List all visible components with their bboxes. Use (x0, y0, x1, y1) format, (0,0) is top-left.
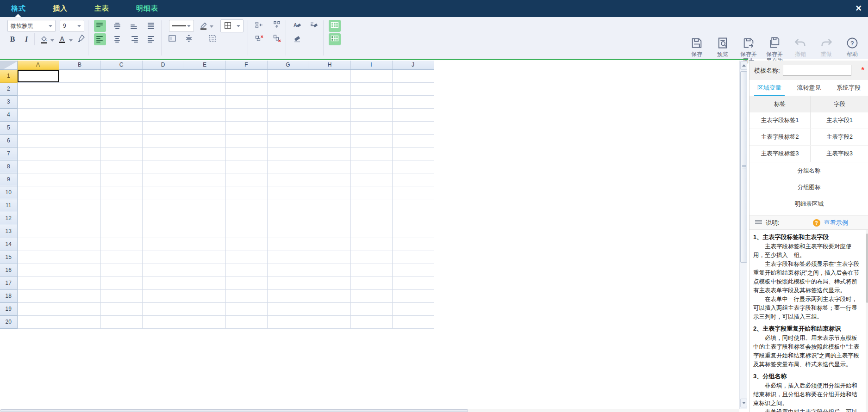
cell-A8[interactable] (17, 160, 59, 173)
cell-H1[interactable] (309, 69, 350, 82)
panel-tab-2[interactable]: 流转意见 (789, 80, 829, 96)
cell-A9[interactable] (17, 173, 59, 186)
cell-B3[interactable] (59, 95, 100, 108)
cell-D14[interactable] (142, 238, 184, 251)
column-header-E[interactable]: E (184, 61, 225, 69)
cell-D10[interactable] (142, 186, 184, 199)
cell-I1[interactable] (350, 69, 392, 82)
cell-C8[interactable] (100, 160, 142, 173)
cell-B5[interactable] (59, 121, 100, 134)
cell-E6[interactable] (184, 134, 225, 147)
cell-B12[interactable] (59, 212, 100, 225)
cell-I17[interactable] (350, 277, 392, 289)
cell-H17[interactable] (309, 277, 350, 289)
titlebar-tab-2[interactable]: 插入 (53, 4, 68, 13)
cell-E14[interactable] (184, 238, 225, 251)
cell-F5[interactable] (225, 121, 267, 134)
cell-D12[interactable] (142, 212, 184, 225)
cell-J5[interactable] (392, 121, 434, 134)
spreadsheet-canvas[interactable]: ABCDEFGHIJ123456789101112131415161718192… (0, 60, 739, 409)
cell-I19[interactable] (350, 302, 392, 315)
cell-C18[interactable] (100, 289, 142, 302)
row-header-9[interactable]: 9 (0, 173, 17, 186)
cell-I8[interactable] (350, 160, 392, 173)
cell-G5[interactable] (267, 121, 309, 134)
cell-E9[interactable] (184, 173, 225, 186)
cell-I10[interactable] (350, 186, 392, 199)
field-label[interactable]: 主表字段标签1 (749, 112, 811, 129)
cell-D8[interactable] (142, 160, 184, 173)
cell-C4[interactable] (100, 108, 142, 121)
cell-C19[interactable] (100, 302, 142, 315)
titlebar-tab-4[interactable]: 明细表 (136, 4, 158, 13)
column-header-H[interactable]: H (309, 61, 350, 69)
scroll-down-button[interactable] (740, 399, 747, 407)
cell-E1[interactable] (184, 69, 225, 82)
help-scrollbar-thumb[interactable] (866, 234, 868, 303)
toggle-grid-button[interactable] (329, 20, 341, 32)
cell-F3[interactable] (225, 95, 267, 108)
column-header-C[interactable]: C (100, 61, 142, 69)
cell-I4[interactable] (350, 108, 392, 121)
cell-H2[interactable] (309, 82, 350, 95)
column-header-D[interactable]: D (142, 61, 184, 69)
cell-J14[interactable] (392, 238, 434, 251)
cell-A3[interactable] (17, 95, 59, 108)
cell-H16[interactable] (309, 264, 350, 277)
row-header-5[interactable]: 5 (0, 121, 17, 134)
template-name-input[interactable] (783, 65, 851, 76)
cell-G10[interactable] (267, 186, 309, 199)
cell-G1[interactable] (267, 69, 309, 82)
cell-I5[interactable] (350, 121, 392, 134)
cell-I6[interactable] (350, 134, 392, 147)
cell-C5[interactable] (100, 121, 142, 134)
cell-J15[interactable] (392, 251, 434, 264)
cell-H7[interactable] (309, 147, 350, 160)
cell-A18[interactable] (17, 289, 59, 302)
text-wrap-button[interactable] (145, 33, 157, 45)
cell-J8[interactable] (392, 160, 434, 173)
valign-middle-button[interactable] (111, 20, 123, 32)
cell-B4[interactable] (59, 108, 100, 121)
cell-F6[interactable] (225, 134, 267, 147)
column-header-J[interactable]: J (392, 61, 434, 69)
cell-C1[interactable] (100, 69, 142, 82)
cell-H10[interactable] (309, 186, 350, 199)
cell-J12[interactable] (392, 212, 434, 225)
cell-G17[interactable] (267, 277, 309, 289)
table-style-button[interactable] (206, 33, 219, 45)
cell-I14[interactable] (350, 238, 392, 251)
cell-H14[interactable] (309, 238, 350, 251)
view-example-link[interactable]: 查看示例 (824, 219, 848, 227)
border-color-button[interactable] (199, 21, 213, 32)
halign-left-button[interactable] (94, 33, 106, 45)
cell-H8[interactable] (309, 160, 350, 173)
cell-E5[interactable] (184, 121, 225, 134)
cell-H6[interactable] (309, 134, 350, 147)
cell-B2[interactable] (59, 82, 100, 95)
toggle-header-column-button[interactable] (329, 33, 341, 45)
cell-D17[interactable] (142, 277, 184, 289)
cell-F17[interactable] (225, 277, 267, 289)
cell-A12[interactable] (17, 212, 59, 225)
cell-A11[interactable] (17, 199, 59, 212)
cell-J16[interactable] (392, 264, 434, 277)
cell-F8[interactable] (225, 160, 267, 173)
cell-G15[interactable] (267, 251, 309, 264)
vertical-scrollbar[interactable] (739, 61, 747, 409)
cell-E17[interactable] (184, 277, 225, 289)
distribute-vertical-button[interactable] (183, 33, 195, 45)
cell-C6[interactable] (100, 134, 142, 147)
cell-C14[interactable] (100, 238, 142, 251)
row-header-20[interactable]: 20 (0, 315, 17, 328)
cell-A5[interactable] (17, 121, 59, 134)
panel-tab-3[interactable]: 系统字段 (829, 80, 868, 96)
row-header-13[interactable]: 13 (0, 225, 17, 238)
cell-A7[interactable] (17, 147, 59, 160)
font-size-select[interactable]: 9 (60, 20, 84, 32)
font-family-select[interactable]: 微软雅黑 (7, 20, 56, 32)
cell-G2[interactable] (267, 82, 309, 95)
cell-A1[interactable] (17, 69, 59, 82)
cell-F18[interactable] (225, 289, 267, 302)
cell-J2[interactable] (392, 82, 434, 95)
